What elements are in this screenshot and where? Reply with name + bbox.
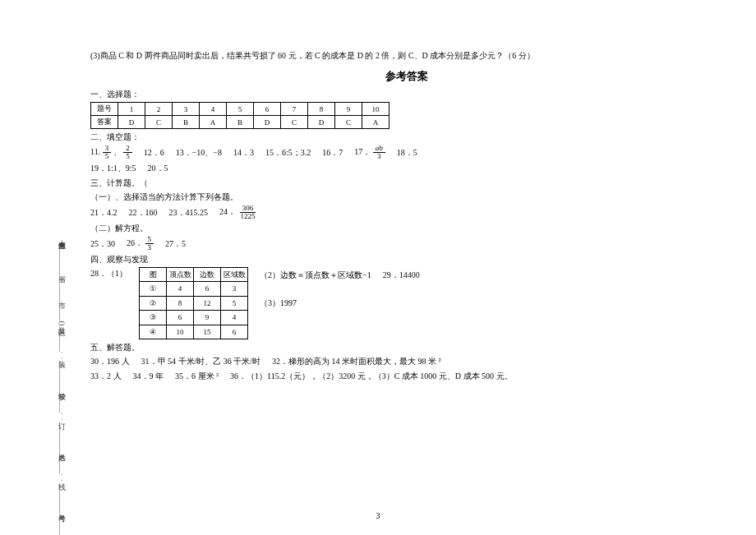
table-row: ①463 bbox=[140, 282, 248, 296]
label: 17． bbox=[354, 147, 371, 156]
observe-side: （2）边数＝顶点数＋区域数−1 29．14400 （3）1997 bbox=[260, 267, 420, 310]
cell: 区域数 bbox=[221, 268, 248, 282]
item: 18．5 bbox=[397, 146, 417, 159]
table-row: 题号 1 2 3 4 5 6 7 8 9 10 bbox=[91, 103, 390, 116]
question-3-text: (3)商品 C 和 D 两件商品同时卖出后，结果共亏损了 60 元，若 C 的成… bbox=[90, 49, 723, 62]
cell: 4 bbox=[200, 103, 227, 116]
fraction: 25 bbox=[123, 145, 132, 160]
cell: D bbox=[254, 116, 281, 129]
cell: C bbox=[281, 116, 308, 129]
item: 13．−10、−8 bbox=[176, 146, 222, 159]
item: 17． ab3 bbox=[354, 145, 385, 160]
cell: 5 bbox=[227, 103, 254, 116]
fraction: 3061225 bbox=[238, 205, 258, 220]
sep: 、 bbox=[113, 147, 122, 156]
fraction: ab3 bbox=[373, 145, 385, 160]
cell: 题号 bbox=[91, 103, 118, 116]
cell: A bbox=[362, 116, 390, 129]
fill-row-2: 19．1:1、9:5 20．5 bbox=[90, 162, 723, 175]
item: 23．415.25 bbox=[169, 206, 209, 219]
fill-row-1: 11. 35 、 25 12．6 13．−10、−8 14．3 15．6:5；3… bbox=[90, 145, 723, 160]
table-row: 答案 D C B A B D C D C A bbox=[91, 116, 390, 129]
cell: 图 bbox=[140, 268, 167, 282]
table-row: ③694 bbox=[140, 311, 248, 325]
cell: A bbox=[200, 116, 227, 129]
cell: 顶点数 bbox=[167, 268, 194, 282]
item: 20．5 bbox=[148, 162, 168, 175]
item: 27．5 bbox=[165, 238, 186, 251]
cell: C bbox=[145, 116, 173, 129]
section-5-heading: 五、解答题。 bbox=[90, 342, 723, 353]
calc-row-2: 25．30 26． 53 27．5 bbox=[90, 236, 723, 251]
item: 32．梯形的高为 14 米时面积最大，最大 98 米 ² bbox=[272, 355, 441, 368]
section-4-heading: 四、观察与发现 bbox=[90, 254, 723, 265]
label: 11. bbox=[90, 147, 100, 156]
item: 12．6 bbox=[144, 146, 164, 159]
item: 30．196 人 bbox=[90, 355, 130, 368]
cell: D bbox=[118, 116, 145, 129]
cell: 1 bbox=[118, 103, 145, 116]
section-3-heading: 三、计算题。（ bbox=[90, 178, 723, 189]
cell: 答案 bbox=[91, 116, 118, 129]
cell: D bbox=[308, 116, 335, 129]
cell: 边数 bbox=[194, 268, 221, 282]
cell: 9 bbox=[335, 103, 362, 116]
cell: 2 bbox=[145, 103, 173, 116]
cell: 10 bbox=[362, 103, 390, 116]
solve-row-2: 33．2 人 34．9 年 35．6 厘米 ² 36．（1）115.2（元），（… bbox=[90, 370, 723, 383]
item: 15．6:5；3.2 bbox=[265, 146, 311, 159]
item: 14．3 bbox=[233, 146, 254, 159]
observe-2: （2）边数＝顶点数＋区域数−1 bbox=[260, 269, 371, 282]
calc-row-1: 21．4.2 22．160 23．415.25 24． 3061225 bbox=[90, 205, 723, 220]
label: 26． bbox=[127, 238, 143, 247]
fraction: 35 bbox=[103, 145, 112, 160]
item: 25．30 bbox=[90, 238, 115, 251]
answer-key-title: 参考答案 bbox=[90, 69, 723, 84]
page-content: (3)商品 C 和 D 两件商品同时卖出后，结果共亏损了 60 元，若 C 的成… bbox=[90, 49, 723, 385]
item: 21．4.2 bbox=[90, 206, 118, 219]
item: 34．9 年 bbox=[133, 370, 164, 383]
table-row: 图 顶点数 边数 区域数 bbox=[140, 268, 248, 282]
cell: 7 bbox=[281, 103, 308, 116]
fraction: 53 bbox=[145, 236, 154, 251]
observe-table: 图 顶点数 边数 区域数 ①463 ②8125 ③694 ④10156 bbox=[139, 267, 248, 339]
solve-row-1: 30．196 人 31．甲 54 千米/时、乙 36 千米/时 32．梯形的高为… bbox=[90, 355, 723, 368]
item: 22．160 bbox=[129, 206, 158, 219]
cell: 3 bbox=[173, 103, 200, 116]
page-number: 3 bbox=[376, 511, 380, 520]
table-row: ②8125 bbox=[140, 296, 248, 310]
item: 33．2 人 bbox=[90, 370, 122, 383]
cell: C bbox=[335, 116, 362, 129]
cell: 6 bbox=[254, 103, 281, 116]
item: 35．6 厘米 ² bbox=[175, 370, 219, 383]
section-3a-heading: （一）、选择适当的方法计算下列各题。 bbox=[90, 191, 723, 203]
item: 31．甲 54 千米/时、乙 36 千米/时 bbox=[141, 355, 261, 368]
table-row: ④10156 bbox=[140, 325, 248, 339]
section-2-heading: 二、填空题： bbox=[90, 131, 723, 143]
binding-text: 考生来源：_______省_______市_______县(区)_______·… bbox=[57, 236, 67, 535]
choice-table: 题号 1 2 3 4 5 6 7 8 9 10 答案 D C B A B D C… bbox=[90, 102, 390, 129]
cell: B bbox=[173, 116, 200, 129]
item: 26． 53 bbox=[127, 236, 154, 251]
cell: B bbox=[227, 116, 254, 129]
item: 16．7 bbox=[322, 146, 343, 159]
cell: 8 bbox=[308, 103, 335, 116]
item: 36．（1）115.2（元），（2）3200 元，（3）C 成本 1000 元、… bbox=[230, 370, 513, 383]
item: 11. 35 、 25 bbox=[90, 145, 132, 160]
observe-3: （3）1997 bbox=[260, 297, 420, 310]
item-28-label: 28．（1） bbox=[90, 267, 127, 280]
item: 24． 3061225 bbox=[219, 205, 258, 220]
item-29: 29．14400 bbox=[383, 269, 420, 282]
section-1-heading: 一、选择题： bbox=[90, 89, 723, 100]
observe-block: 28．（1） 图 顶点数 边数 区域数 ①463 ②8125 ③694 ④101… bbox=[90, 267, 723, 339]
item: 19．1:1、9:5 bbox=[90, 162, 136, 175]
binding-margin: 考生来源：_______省_______市_______县(区)_______·… bbox=[49, 0, 74, 535]
section-3b-heading: （二）解方程。 bbox=[90, 223, 723, 234]
label: 24． bbox=[219, 207, 236, 216]
